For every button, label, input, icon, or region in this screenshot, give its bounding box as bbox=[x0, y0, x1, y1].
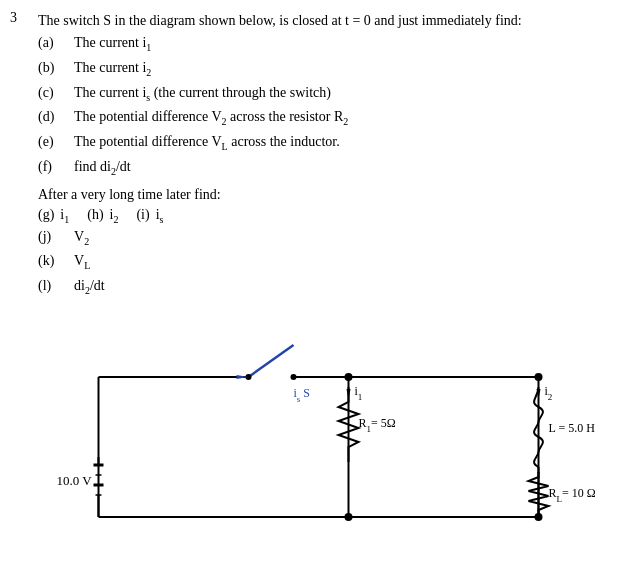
circuit-diagram: 10.0 V R1= 5Ω L = 5.0 H RL= 10 Ω is S bbox=[38, 317, 619, 547]
part-g-value: i1 bbox=[60, 207, 69, 225]
part-f-text: find di2/dt bbox=[74, 155, 619, 180]
part-j-letter: (j) bbox=[38, 225, 70, 250]
part-g: (g) i1 bbox=[38, 207, 69, 225]
problem-content: The switch S in the diagram shown below,… bbox=[38, 10, 619, 547]
part-k-text: VL bbox=[74, 249, 619, 274]
svg-marker-17 bbox=[347, 389, 351, 399]
svg-point-14 bbox=[291, 374, 297, 380]
problem-number: 3 bbox=[10, 10, 38, 547]
part-b-text: The current i2 bbox=[74, 56, 619, 81]
part-h: (h) i2 bbox=[87, 207, 118, 225]
part-f-letter: (f) bbox=[38, 155, 70, 180]
i2-label: i2 bbox=[545, 384, 553, 402]
svg-line-3 bbox=[249, 345, 294, 377]
part-e-text: The potential difference VL across the i… bbox=[74, 130, 619, 155]
inline-parts-row: (g) i1 (h) i2 (i) is bbox=[38, 207, 619, 225]
part-d: (d) The potential difference V2 across t… bbox=[38, 105, 619, 130]
circuit-svg: 10.0 V R1= 5Ω L = 5.0 H RL= 10 Ω is S bbox=[38, 317, 619, 547]
part-e-letter: (e) bbox=[38, 130, 70, 155]
part-k: (k) VL bbox=[38, 249, 619, 274]
part-a-letter: (a) bbox=[38, 31, 70, 56]
part-a: (a) The current i1 bbox=[38, 31, 619, 56]
parts-list: (a) The current i1 (b) The current i2 (c… bbox=[38, 31, 619, 180]
problem-container: 3 The switch S in the diagram shown belo… bbox=[10, 10, 619, 547]
part-d-letter: (d) bbox=[38, 105, 70, 130]
part-c-letter: (c) bbox=[38, 81, 70, 106]
part-b: (b) The current i2 bbox=[38, 56, 619, 81]
part-b-letter: (b) bbox=[38, 56, 70, 81]
r1-label: R1= 5Ω bbox=[359, 416, 396, 434]
i1-label: i1 bbox=[355, 384, 363, 402]
part-c-text: The current is (the current through the … bbox=[74, 81, 619, 106]
part-h-value: i2 bbox=[110, 207, 119, 225]
switch-label: is S bbox=[294, 386, 311, 404]
part-j-text: V2 bbox=[74, 225, 619, 250]
part-k-letter: (k) bbox=[38, 249, 70, 274]
part-g-letter: (g) bbox=[38, 207, 54, 223]
part-l-text: di2/dt bbox=[74, 274, 619, 299]
svg-point-22 bbox=[535, 513, 543, 521]
svg-point-21 bbox=[535, 373, 543, 381]
part-i: (i) is bbox=[136, 207, 163, 225]
part-i-letter: (i) bbox=[136, 207, 149, 223]
part-f: (f) find di2/dt bbox=[38, 155, 619, 180]
part-l: (l) di2/dt bbox=[38, 274, 619, 299]
part-l-letter: (l) bbox=[38, 274, 70, 299]
r2-label: RL= 10 Ω bbox=[549, 486, 596, 504]
part-c: (c) The current is (the current through … bbox=[38, 81, 619, 106]
problem-statement: The switch S in the diagram shown below,… bbox=[38, 10, 619, 31]
svg-point-20 bbox=[345, 513, 353, 521]
part-h-letter: (h) bbox=[87, 207, 103, 223]
after-parts-list: (j) V2 (k) VL (l) di2/dt bbox=[38, 225, 619, 299]
l-label: L = 5.0 H bbox=[549, 421, 596, 435]
part-e: (e) The potential difference VL across t… bbox=[38, 130, 619, 155]
part-a-text: The current i1 bbox=[74, 31, 619, 56]
part-j: (j) V2 bbox=[38, 225, 619, 250]
svg-point-19 bbox=[345, 373, 353, 381]
voltage-label: 10.0 V bbox=[57, 473, 93, 488]
after-text: After a very long time later find: bbox=[38, 184, 619, 205]
part-d-text: The potential difference V2 across the r… bbox=[74, 105, 619, 130]
part-i-value: is bbox=[156, 207, 164, 225]
